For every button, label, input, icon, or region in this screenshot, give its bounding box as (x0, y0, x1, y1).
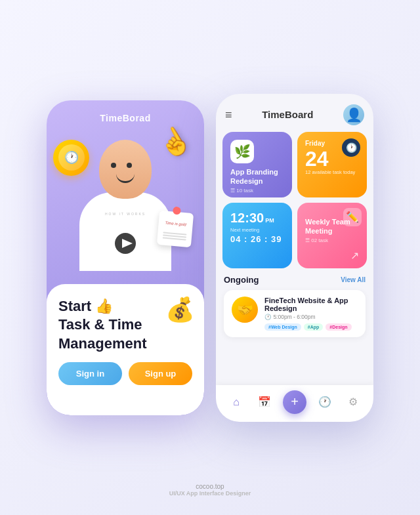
tag-app: #App (304, 323, 324, 331)
ongoing-section: Ongoing View All 🤝 FineTech Website & Ap… (216, 268, 373, 341)
watermark-sub: UI/UX App Interface Designer (0, 490, 420, 497)
task-tags: #Web Design #App #Design (264, 323, 358, 331)
user-avatar[interactable]: 👤 (343, 104, 364, 125)
time-card[interactable]: 12:30 PM Next meeting 04 : 26 : 39 (222, 203, 292, 268)
clock-icon: 🕐 (58, 144, 85, 171)
nav-add-button[interactable]: + (283, 390, 306, 414)
nav-calendar-icon[interactable]: 📅 (255, 393, 274, 411)
nav-settings-icon[interactable]: ⚙ (344, 393, 362, 411)
branding-card-tasks: ☰ 10 task (230, 188, 284, 194)
pencil-icon: ✏️ (343, 208, 362, 226)
view-all-link[interactable]: View All (341, 276, 366, 283)
clock-decoration: 🕐 (53, 140, 89, 176)
meeting-arrow-icon: ↗ (350, 249, 359, 262)
task-title: FineTech Website & App Redesign (264, 297, 358, 312)
note-text: Time is gold (165, 220, 186, 227)
app-title-right: TimeBoard (262, 109, 313, 120)
countdown-timer: 04 : 26 : 39 (230, 234, 284, 244)
watermark-brand: cocoo.top (0, 483, 420, 490)
time-period: PM (265, 217, 274, 224)
person-head (99, 140, 152, 199)
signin-button[interactable]: Sign in (58, 362, 122, 385)
hamburger-menu-icon[interactable]: ≡ (225, 109, 232, 121)
ongoing-header: Ongoing View All (224, 275, 366, 285)
right-phone-header: ≡ TimeBoard 👤 (216, 94, 373, 132)
task-icon: 🤝 (232, 297, 258, 323)
note-pin (173, 206, 181, 215)
signup-button[interactable]: Sign up (129, 362, 192, 385)
cards-grid: 🌿 App Branding Redesign ☰ 10 task → Frid… (216, 132, 373, 268)
phone-right: ≡ TimeBoard 👤 🌿 App Branding Redesign ☰ … (216, 94, 373, 422)
date-card[interactable]: Friday 24 12 available task today 🕐 (297, 132, 367, 197)
ongoing-title: Ongoing (224, 275, 259, 285)
meeting-card[interactable]: ✏️ Weekly Team Meeting ☰ 02 task ↗ (297, 203, 367, 268)
how-it-works-circle[interactable]: HOW IT WORKS · (99, 217, 152, 272)
note-decoration: Time is gold (157, 210, 194, 247)
phone-left: TimeBorad ☝️ 🕐 Time is gold (47, 100, 204, 415)
task-time: 🕐 5:00pm - 6:00pm (264, 314, 358, 320)
watermark-area: cocoo.top UI/UX App Interface Designer (0, 490, 420, 497)
next-meeting-label: Next meeting (230, 227, 284, 233)
note-lines (162, 230, 186, 241)
tag-webdesign: #Web Design (264, 323, 301, 331)
bottom-navigation: ⌂ 📅 + 🕐 ⚙ (216, 385, 373, 422)
tag-design: #Design (326, 323, 351, 331)
available-tasks: 12 available task today (305, 169, 359, 175)
app-title-left: TimeBorad (100, 113, 150, 123)
clock-badge-icon: 🕐 (342, 138, 360, 157)
nav-clock-icon[interactable]: 🕐 (316, 393, 334, 411)
coin-decoration: 💰 (165, 296, 195, 323)
branding-card[interactable]: 🌿 App Branding Redesign ☰ 10 task → (222, 132, 292, 197)
task-card[interactable]: 🤝 FineTech Website & App Redesign 🕐 5:00… (224, 290, 366, 337)
app-container: TimeBorad ☝️ 🕐 Time is gold (0, 0, 420, 515)
meeting-card-tasks: ☰ 02 task (305, 237, 359, 243)
phone-left-bottom-panel: Start 👍 Task & Time Management 💰 Sign in… (47, 284, 204, 415)
auth-buttons: Sign in Sign up (58, 362, 192, 385)
branding-card-title: App Branding Redesign (230, 167, 284, 186)
nav-home-icon[interactable]: ⌂ (227, 393, 245, 411)
time-display: 12:30 PM (230, 211, 284, 226)
task-info: FineTech Website & App Redesign 🕐 5:00pm… (264, 297, 358, 331)
plant-icon: 🌿 (230, 140, 254, 163)
